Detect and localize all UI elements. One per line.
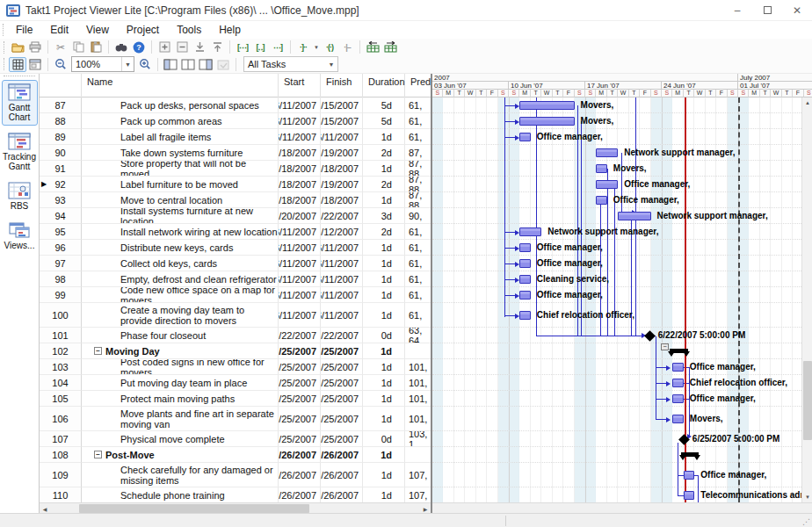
- task-bar[interactable]: [519, 291, 530, 300]
- column-header-name[interactable]: Name: [82, 74, 279, 97]
- start-date-cell[interactable]: 6/25/2007: [279, 431, 321, 447]
- task-name-cell[interactable]: Store property that will not be moved: [82, 161, 279, 177]
- sidebar-item-views[interactable]: Views...: [2, 218, 38, 254]
- task-bar[interactable]: [519, 117, 574, 126]
- row-number-cell[interactable]: 94: [40, 208, 82, 224]
- table-row[interactable]: 107Physical move complete6/25/20076/25/2…: [40, 431, 431, 447]
- predecessors-cell[interactable]: 101,: [405, 375, 431, 391]
- task-bar[interactable]: [596, 164, 606, 173]
- start-date-cell[interactable]: 6/11/2007: [279, 224, 321, 240]
- task-name-cell[interactable]: Install network wiring at new location: [82, 224, 279, 240]
- start-date-cell[interactable]: 6/25/2007: [279, 391, 321, 407]
- column-header-duration[interactable]: Duration: [363, 74, 405, 97]
- finish-date-cell[interactable]: 6/19/2007: [321, 177, 363, 192]
- task-bar[interactable]: [596, 196, 606, 205]
- table-row[interactable]: 101Phase four closeout6/22/20076/22/2007…: [40, 328, 431, 343]
- minimize-button[interactable]: –: [722, 0, 752, 21]
- link-style-dropdown[interactable]: ▼: [312, 40, 321, 54]
- start-date-cell[interactable]: 6/20/2007: [279, 208, 321, 224]
- start-date-cell[interactable]: 6/26/2007: [279, 487, 321, 502]
- cut-button[interactable]: ✂: [52, 40, 69, 54]
- split-left-button[interactable]: [162, 57, 179, 72]
- table-row[interactable]: ▶92Label furniture to be moved6/18/20076…: [40, 177, 431, 192]
- table-row[interactable]: 99Code new office space on a map for mov…: [40, 287, 431, 303]
- start-date-cell[interactable]: 6/25/2007: [279, 343, 321, 359]
- start-date-cell[interactable]: 6/18/2007: [279, 177, 321, 192]
- duration-cell[interactable]: 1d: [363, 343, 405, 359]
- scrollbar-thumb[interactable]: [803, 361, 812, 440]
- column-header-predecessors[interactable]: Prede: [405, 74, 431, 97]
- zoom-in-button[interactable]: [136, 57, 154, 72]
- predecessors-cell[interactable]: 101,: [405, 391, 431, 407]
- task-name-cell[interactable]: Take down systems furniture: [82, 145, 279, 161]
- task-bar[interactable]: [596, 180, 618, 189]
- table-row[interactable]: 106Move plants and fine art in separate …: [40, 407, 431, 431]
- table-row[interactable]: 87Pack up desks, personal spaces6/11/200…: [40, 97, 431, 113]
- task-name-cell[interactable]: Empty, defrost and clean refrigerator: [82, 271, 279, 287]
- scroll-up-arrow[interactable]: ▲: [802, 97, 812, 108]
- task-bar[interactable]: [519, 101, 574, 110]
- finish-date-cell[interactable]: 6/18/2007: [321, 192, 363, 208]
- start-date-cell[interactable]: 6/26/2007: [279, 463, 321, 487]
- task-name-cell[interactable]: Check carefully for any damaged or missi…: [82, 463, 279, 487]
- outline-level2-button[interactable]: [‥]: [251, 40, 269, 54]
- predecessors-cell[interactable]: [405, 447, 431, 463]
- menu-file[interactable]: File: [7, 22, 41, 38]
- task-name-cell[interactable]: Post coded signs in new office for mover…: [82, 359, 279, 375]
- task-name-cell[interactable]: −Moving Day: [82, 343, 279, 359]
- row-number-cell[interactable]: 102: [40, 343, 82, 359]
- paste-button[interactable]: [87, 40, 105, 54]
- task-bar[interactable]: [672, 394, 683, 403]
- task-bar[interactable]: [672, 379, 683, 387]
- table-row[interactable]: 108−Post-Move6/26/20076/26/20071d: [40, 447, 431, 463]
- predecessors-cell[interactable]: 107,: [405, 463, 431, 487]
- menu-view[interactable]: View: [77, 22, 118, 38]
- row-number-cell[interactable]: 93: [40, 192, 82, 208]
- row-number-cell[interactable]: 89: [40, 129, 82, 145]
- scroll-left-arrow[interactable]: ◀: [40, 503, 50, 513]
- task-name-cell[interactable]: Schedule phone training: [82, 487, 279, 502]
- finish-date-cell[interactable]: 6/11/2007: [321, 256, 363, 271]
- sidebar-item-gantt-chart[interactable]: Gantt Chart: [2, 80, 38, 126]
- duration-cell[interactable]: 1d: [363, 161, 405, 177]
- outline-level3-button[interactable]: ⋯]: [269, 40, 286, 54]
- finish-date-cell[interactable]: 6/11/2007: [321, 303, 363, 328]
- task-bar[interactable]: [519, 133, 530, 141]
- finish-date-cell[interactable]: 6/25/2007: [321, 375, 363, 391]
- menu-project[interactable]: Project: [118, 22, 168, 38]
- task-bar[interactable]: [596, 148, 618, 157]
- row-number-cell[interactable]: 107: [40, 431, 82, 447]
- row-number-cell[interactable]: 104: [40, 375, 82, 391]
- outline-level1-button[interactable]: [⋯]: [234, 40, 251, 54]
- split-center-button[interactable]: [179, 57, 197, 72]
- scroll-down-arrow[interactable]: ▼: [802, 492, 812, 502]
- find-button[interactable]: [112, 40, 130, 54]
- task-name-cell[interactable]: Collect old keys, cards: [82, 256, 279, 271]
- row-number-cell[interactable]: 97: [40, 256, 82, 271]
- task-bar[interactable]: [672, 363, 683, 372]
- summary-bar[interactable]: [670, 349, 687, 353]
- timescale-left-button[interactable]: [364, 40, 381, 54]
- collapse-all-button[interactable]: [173, 40, 191, 54]
- collapse-toggle[interactable]: −: [94, 347, 102, 355]
- predecessors-cell[interactable]: 61,: [405, 287, 431, 303]
- task-bar[interactable]: [519, 275, 530, 284]
- task-name-cell[interactable]: Create a moving day team to provide dire…: [82, 303, 279, 328]
- chevron-down-icon[interactable]: ▼: [121, 57, 134, 71]
- predecessors-cell[interactable]: 103, 1: [405, 431, 431, 447]
- predecessors-cell[interactable]: 61,: [405, 224, 431, 240]
- row-number-cell[interactable]: 95: [40, 224, 82, 240]
- table-row[interactable]: 96Distribute new keys, cards6/11/20076/1…: [40, 240, 431, 256]
- table-row[interactable]: 94Install systems furniture at new locat…: [40, 208, 431, 224]
- duration-cell[interactable]: 1d: [363, 287, 405, 303]
- start-date-cell[interactable]: 6/26/2007: [279, 447, 321, 463]
- chevron-down-icon[interactable]: ▼: [325, 57, 337, 71]
- task-name-cell[interactable]: −Post-Move: [82, 447, 279, 463]
- table-row[interactable]: 93Move to central location6/18/20076/18/…: [40, 192, 431, 208]
- task-name-cell[interactable]: Label furniture to be moved: [82, 177, 279, 192]
- row-number-cell[interactable]: 90: [40, 145, 82, 161]
- predecessors-cell[interactable]: 61,: [405, 97, 431, 113]
- copy-button[interactable]: [69, 40, 87, 54]
- predecessors-cell[interactable]: 61,: [405, 240, 431, 256]
- predecessors-cell[interactable]: 87, 88,: [405, 177, 431, 192]
